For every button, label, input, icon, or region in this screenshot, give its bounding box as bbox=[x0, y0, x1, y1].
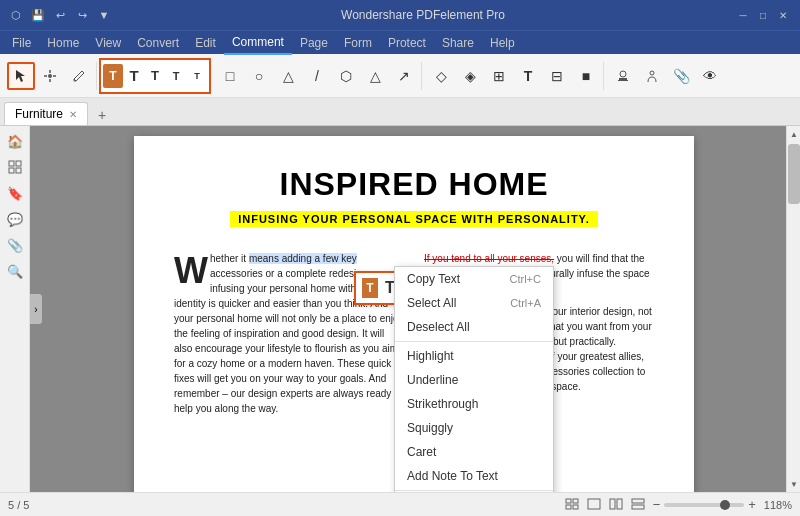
tab-bar: Furniture ✕ + bbox=[0, 98, 800, 126]
box-mark-button[interactable]: ⊟ bbox=[543, 62, 571, 90]
svg-rect-11 bbox=[566, 505, 571, 509]
ctx-highlight[interactable]: Highlight bbox=[395, 344, 553, 368]
tab-close-button[interactable]: ✕ bbox=[69, 109, 77, 120]
svg-rect-17 bbox=[632, 505, 644, 509]
erase-tool-button[interactable]: ◈ bbox=[456, 62, 484, 90]
sidebar-search-button[interactable]: 🔍 bbox=[4, 260, 26, 282]
mark-tools-group: ◇ ◈ ⊞ T ⊟ ■ bbox=[424, 62, 604, 90]
menu-help[interactable]: Help bbox=[482, 31, 523, 55]
view-mode-2[interactable] bbox=[587, 498, 601, 512]
ctx-squiggly[interactable]: Squiggly bbox=[395, 416, 553, 440]
sidebar-bookmark-button[interactable]: 🔖 bbox=[4, 182, 26, 204]
window-controls: ─ □ ✕ bbox=[734, 6, 792, 24]
svg-point-0 bbox=[48, 74, 52, 78]
text-type-3-button[interactable]: T bbox=[166, 62, 186, 90]
menu-home[interactable]: Home bbox=[39, 31, 87, 55]
sidebar-comment-button[interactable]: 💬 bbox=[4, 208, 26, 230]
document-subtitle: INFUSING YOUR PERSONAL SPACE WITH PERSON… bbox=[230, 211, 598, 227]
text-type-1-button[interactable]: T bbox=[124, 62, 144, 90]
text-box-brown-button[interactable]: T bbox=[103, 64, 123, 88]
window-title: Wondershare PDFelement Pro bbox=[112, 8, 734, 22]
status-bar: 5 / 5 − + 118% bbox=[0, 492, 800, 516]
sidebar-toggle-button[interactable]: › bbox=[30, 294, 42, 324]
close-button[interactable]: ✕ bbox=[774, 6, 792, 24]
ctx-caret[interactable]: Caret bbox=[395, 440, 553, 464]
pan-tool-button[interactable] bbox=[36, 62, 64, 90]
zoom-out-button[interactable]: − bbox=[653, 497, 661, 512]
scrollbar-thumb[interactable] bbox=[788, 144, 800, 204]
sidebar-attachment-button[interactable]: 📎 bbox=[4, 234, 26, 256]
menu-protect[interactable]: Protect bbox=[380, 31, 434, 55]
arrow-tool-button[interactable]: ↗ bbox=[390, 62, 418, 90]
menu-icon[interactable]: ▼ bbox=[96, 7, 112, 23]
menu-share[interactable]: Share bbox=[434, 31, 482, 55]
view-mode-3[interactable] bbox=[609, 498, 623, 512]
attachment-button[interactable]: 📎 bbox=[667, 62, 695, 90]
right-scrollbar[interactable]: ▲ ▼ bbox=[786, 126, 800, 492]
highlight-tool-button[interactable]: ◇ bbox=[427, 62, 455, 90]
polygon-tool-button[interactable]: ⬡ bbox=[332, 62, 360, 90]
scrollbar-down-button[interactable]: ▼ bbox=[787, 476, 800, 492]
circle-tool-button[interactable]: ○ bbox=[245, 62, 273, 90]
strikethrough-tool-button[interactable]: ⊞ bbox=[485, 62, 513, 90]
menu-bar: File Home View Convert Edit Comment Page… bbox=[0, 30, 800, 54]
ctx-divider-2 bbox=[395, 490, 553, 491]
menu-edit[interactable]: Edit bbox=[187, 31, 224, 55]
zoom-in-button[interactable]: + bbox=[748, 497, 756, 512]
tab-label: Furniture bbox=[15, 107, 63, 121]
edit-tool-button[interactable] bbox=[65, 62, 93, 90]
text-type-4-button[interactable]: T bbox=[187, 62, 207, 90]
sidebar-thumbnails-button[interactable] bbox=[4, 156, 26, 178]
document-title: INSPIRED HOME bbox=[174, 166, 654, 203]
menu-page[interactable]: Page bbox=[292, 31, 336, 55]
zoom-slider-thumb[interactable] bbox=[720, 500, 730, 510]
ctx-strikethrough[interactable]: Strikethrough bbox=[395, 392, 553, 416]
ctx-copy-text[interactable]: Copy Text Ctrl+C bbox=[395, 267, 553, 291]
fill-button[interactable]: ■ bbox=[572, 62, 600, 90]
scrollbar-up-button[interactable]: ▲ bbox=[787, 126, 800, 142]
ctx-copy-shortcut: Ctrl+C bbox=[510, 273, 541, 285]
tab-furniture[interactable]: Furniture ✕ bbox=[4, 102, 88, 125]
title-bar: ⬡ 💾 ↩ ↪ ▼ Wondershare PDFelement Pro ─ □… bbox=[0, 0, 800, 30]
stamp-tools-group: 📎 👁 bbox=[606, 62, 727, 90]
sidebar-home-button[interactable]: 🏠 bbox=[4, 130, 26, 152]
cursor-tool-button[interactable] bbox=[7, 62, 35, 90]
ctx-deselect-all-label: Deselect All bbox=[407, 320, 470, 334]
menu-form[interactable]: Form bbox=[336, 31, 380, 55]
ctx-add-note[interactable]: Add Note To Text bbox=[395, 464, 553, 488]
ctx-add-note-label: Add Note To Text bbox=[407, 469, 498, 483]
triangle-tool-button[interactable]: △ bbox=[274, 62, 302, 90]
line-tool-button[interactable]: / bbox=[303, 62, 331, 90]
save-icon[interactable]: 💾 bbox=[30, 7, 46, 23]
menu-comment[interactable]: Comment bbox=[224, 31, 292, 55]
svg-rect-7 bbox=[9, 168, 14, 173]
stamp-tool-button[interactable] bbox=[609, 62, 637, 90]
undo-icon[interactable]: ↩ bbox=[52, 7, 68, 23]
minimize-button[interactable]: ─ bbox=[734, 6, 752, 24]
zoom-slider[interactable] bbox=[664, 503, 744, 507]
person-stamp-button[interactable] bbox=[638, 62, 666, 90]
text-tools-group: T T T T T bbox=[99, 58, 211, 94]
svg-point-1 bbox=[620, 71, 626, 77]
shape-tools-group: □ ○ △ / ⬡ △ ↗ bbox=[213, 62, 422, 90]
ctx-select-all[interactable]: Select All Ctrl+A bbox=[395, 291, 553, 315]
view-mode-4[interactable] bbox=[631, 498, 645, 512]
menu-view[interactable]: View bbox=[87, 31, 129, 55]
menu-convert[interactable]: Convert bbox=[129, 31, 187, 55]
text-mark-button[interactable]: T bbox=[514, 62, 542, 90]
menu-file[interactable]: File bbox=[4, 31, 39, 55]
shape2-button[interactable]: △ bbox=[361, 62, 389, 90]
tab-add-button[interactable]: + bbox=[92, 105, 112, 125]
zoom-controls: − + 118% bbox=[653, 497, 792, 512]
text-type-2-button[interactable]: T bbox=[145, 62, 165, 90]
rectangle-tool-button[interactable]: □ bbox=[216, 62, 244, 90]
maximize-button[interactable]: □ bbox=[754, 6, 772, 24]
redo-icon[interactable]: ↪ bbox=[74, 7, 90, 23]
view-mode-1[interactable] bbox=[565, 498, 579, 512]
ctx-deselect-all[interactable]: Deselect All bbox=[395, 315, 553, 339]
redact-button[interactable]: 👁 bbox=[696, 62, 724, 90]
ctx-underline[interactable]: Underline bbox=[395, 368, 553, 392]
ctx-select-all-shortcut: Ctrl+A bbox=[510, 297, 541, 309]
ctx-underline-label: Underline bbox=[407, 373, 458, 387]
inline-text-brown-button[interactable]: T bbox=[362, 278, 378, 298]
